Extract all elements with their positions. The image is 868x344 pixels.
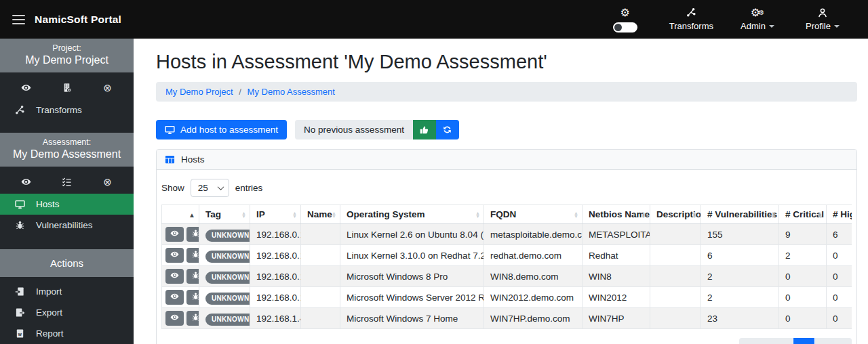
refresh-button[interactable] (436, 120, 459, 139)
column-header[interactable]: FQDN▲▼ (484, 205, 583, 224)
page-length-select[interactable]: 25 (191, 179, 229, 197)
breadcrumb-project-link[interactable]: My Demo Project (165, 87, 233, 97)
column-header[interactable]: Description▲▼ (650, 205, 701, 224)
file-word-icon: w (14, 328, 26, 339)
view-host-button[interactable] (165, 248, 184, 263)
table-row[interactable]: UNKNOWN192.168.1.44Microsoft Windows 7 H… (162, 308, 852, 329)
previous-assessment-group: No previous assessment (295, 120, 459, 139)
cell-name (301, 308, 340, 329)
pagination-previous[interactable]: Previous (739, 338, 793, 344)
table-row[interactable]: UNKNOWN192.168.0.107Linux Kernel 3.10.0 … (162, 245, 852, 266)
navbar-admin[interactable]: ⚙⚙ Admin (736, 7, 778, 31)
cell-netbios: WIN7HP (583, 308, 650, 329)
navbar-transforms[interactable]: Transforms (669, 7, 713, 31)
view-host-button[interactable] (165, 227, 184, 242)
sidebar-item-export[interactable]: Export (0, 302, 134, 323)
cell-description (650, 266, 701, 287)
project-actions: ⊗ (0, 72, 134, 100)
sidebar-item-vulnerabilities[interactable]: Vulnerabilities (0, 215, 134, 236)
project-header: Project: My Demo Project (0, 39, 134, 72)
cell-os: Microsoft Windows 8 Pro (340, 266, 484, 287)
pagination-next[interactable]: Next (815, 338, 852, 344)
cell-tag: UNKNOWN (199, 245, 250, 266)
column-header[interactable]: Operating System▲▼ (340, 205, 484, 224)
project-building-icon[interactable] (61, 82, 73, 93)
eye-icon (170, 250, 179, 261)
hosts-card-header: Hosts (157, 150, 856, 170)
sidebar-vulnerabilities-label: Vulnerabilities (36, 220, 93, 230)
sidebar-item-report[interactable]: w Report (0, 323, 134, 344)
show-label: Show (161, 183, 184, 193)
close-assessment-icon[interactable]: ⊗ (102, 176, 114, 187)
tag-badge: UNKNOWN (205, 230, 250, 242)
add-host-button[interactable]: Add host to assessment (156, 120, 287, 139)
cell-vulnerabilities: 23 (701, 308, 779, 329)
settings-nav-item[interactable]: ⚙ (604, 7, 646, 33)
bug-icon (191, 313, 199, 324)
assessment-name: My Demo Assessment (3, 148, 131, 160)
sort-icon: ▲▼ (574, 211, 578, 218)
settings-toggle[interactable] (613, 22, 637, 33)
menu-icon[interactable] (12, 12, 25, 27)
host-vulnerabilities-button[interactable] (186, 269, 199, 284)
compare-assessment-button[interactable] (413, 120, 436, 139)
cell-os: Linux Kernel 2.6 on Ubuntu 8.04 (hardy) (340, 224, 484, 245)
assessment-tasks-icon[interactable] (61, 176, 73, 187)
table-row[interactable]: UNKNOWN192.168.0.105Linux Kernel 2.6 on … (162, 224, 852, 245)
chevron-down-icon (834, 25, 840, 28)
sort-icon: ▲▼ (692, 211, 697, 218)
table-footer: Showing 1 to 5 of 5 entries Previous 1 N… (161, 338, 852, 344)
cell-fqdn: WIN7HP.demo.com (484, 308, 583, 329)
brand-title: NamicSoft Portal (35, 14, 121, 26)
sidebar-transforms-label: Transforms (36, 105, 82, 115)
view-assessment-eye-icon[interactable] (20, 176, 33, 187)
column-header[interactable]: Tag▲▼ (199, 205, 250, 224)
pagination: Previous 1 Next (739, 338, 852, 344)
breadcrumb-assessment-link[interactable]: My Demo Assessment (248, 87, 335, 97)
view-host-button[interactable] (165, 290, 184, 305)
host-vulnerabilities-button[interactable] (186, 248, 199, 263)
cell-fqdn: redhat.demo.com (484, 245, 583, 266)
eye-icon (170, 271, 179, 282)
sidebar: Project: My Demo Project ⊗ Transforms As… (0, 39, 134, 344)
cell-netbios: WIN2012 (583, 287, 650, 308)
sidebar-item-import[interactable]: Import (0, 281, 134, 302)
column-header[interactable]: ▲ (162, 205, 199, 224)
column-header[interactable]: # High▲▼ (827, 205, 852, 224)
cell-name (301, 245, 340, 266)
column-header[interactable]: Name▲▼ (301, 205, 340, 224)
close-project-icon[interactable]: ⊗ (102, 82, 114, 93)
column-header[interactable]: # Vulnerabilities▲▼ (701, 205, 779, 224)
cell-netbios: WIN8 (583, 266, 650, 287)
view-project-eye-icon[interactable] (20, 82, 33, 93)
chevron-down-icon (769, 25, 774, 28)
table-row[interactable]: UNKNOWN192.168.0.110Microsoft Windows Se… (162, 287, 852, 308)
host-vulnerabilities-button[interactable] (186, 227, 199, 242)
sort-icon: ▲▼ (642, 211, 646, 218)
column-header[interactable]: IP▲▼ (250, 205, 301, 224)
column-header[interactable]: Netbios Name▲▼ (583, 205, 650, 224)
transforms-icon (686, 7, 696, 19)
sidebar-report-label: Report (36, 328, 64, 339)
assessment-header: Assessment: My Demo Assessment (0, 133, 134, 167)
bug-icon (191, 271, 199, 282)
assessment-label: Assessment: (3, 137, 131, 147)
sidebar-item-transforms[interactable]: Transforms (0, 100, 134, 121)
row-actions (162, 308, 199, 329)
pagination-page-1[interactable]: 1 (793, 338, 815, 344)
cell-high: 0 (827, 245, 852, 266)
toolbar: Add host to assessment No previous asses… (156, 120, 857, 139)
view-host-button[interactable] (165, 311, 184, 326)
svg-text:w: w (17, 332, 22, 337)
cell-os: Microsoft Windows Server 2012 R2 (340, 287, 484, 308)
sidebar-item-hosts[interactable]: Hosts (0, 194, 134, 215)
column-header[interactable]: # Critical▲▼ (779, 205, 827, 224)
navbar-profile[interactable]: Profile (802, 7, 844, 31)
project-name: My Demo Project (3, 54, 131, 66)
view-host-button[interactable] (165, 269, 184, 284)
table-row[interactable]: UNKNOWN192.168.0.109Microsoft Windows 8 … (162, 266, 852, 287)
host-vulnerabilities-button[interactable] (186, 311, 199, 326)
cell-vulnerabilities: 6 (701, 245, 779, 266)
host-vulnerabilities-button[interactable] (186, 290, 199, 305)
transforms-label: Transforms (669, 21, 713, 31)
